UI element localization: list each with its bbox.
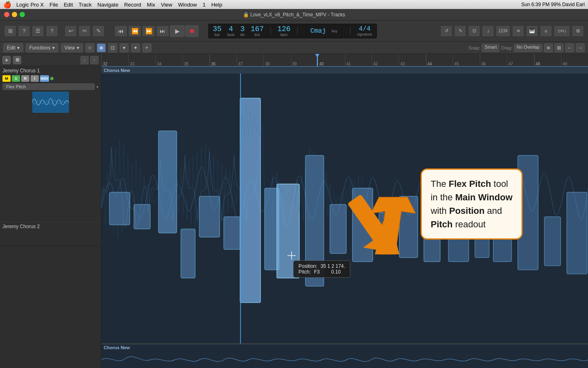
menubar-navigate[interactable]: Navigate: [98, 2, 118, 8]
menubar-record[interactable]: Record: [124, 2, 141, 8]
bpm-display: 126 bpm: [277, 25, 290, 37]
ruler-mark-39: 39: [291, 54, 318, 66]
ruler-mark-36: 36: [209, 54, 236, 66]
flex-pitch-arrow[interactable]: ▾: [96, 85, 98, 89]
mix-btn[interactable]: ≋: [512, 25, 524, 37]
record-button[interactable]: ⏺: [185, 25, 198, 37]
transport-right: ↺ ✎ ⊡ ♩ 1234 ≋ 🎹 ≡ CPU ⊞: [440, 25, 584, 37]
transport-bar: ⊞ ? ☰ ? ↩ ✂ ✎ ⏮ ⏪ ⏩ ⏭ ▶ ⏺ 35 bar 4 beat …: [0, 20, 588, 42]
arrow-left-icon[interactable]: ←: [565, 43, 574, 52]
track-name-2: Jeremy Chorus 2: [2, 224, 40, 229]
play-button[interactable]: ▶: [170, 25, 185, 37]
tool-icon-3[interactable]: ⊡: [108, 43, 117, 52]
window-title: 🔒 Love_vLX_v8_Pitch_&_Time_MPV - Tracks: [243, 12, 345, 18]
expand-btn[interactable]: ⊞: [572, 25, 584, 37]
tracks-icon[interactable]: ⊞: [4, 25, 16, 37]
region-label-2: Chorus New: [101, 344, 588, 351]
midi-button[interactable]: MIDI: [40, 75, 49, 82]
functions-chevron: ▾: [52, 45, 55, 51]
pencil-btn[interactable]: ✎: [454, 25, 466, 37]
pencil-tool[interactable]: ✎: [92, 25, 105, 37]
minimize-button[interactable]: [12, 12, 17, 17]
rewind-tool[interactable]: ↩: [65, 25, 77, 37]
tool-icon-5[interactable]: ✦: [131, 43, 140, 52]
add-track-button[interactable]: +: [2, 56, 11, 64]
active-indicator: [50, 77, 53, 80]
menubar-window[interactable]: Window: [178, 2, 197, 8]
menubar-1[interactable]: 1: [203, 2, 205, 8]
mix-icon[interactable]: ≋: [544, 43, 553, 52]
loop-button[interactable]: ↺: [440, 25, 452, 37]
ruler-content: 32 33 34 35 36 37 38 39 40 41 42 43 44 4…: [101, 54, 588, 66]
track-view-btn2[interactable]: ↑: [90, 56, 98, 64]
pos-separator2: |: [296, 26, 298, 36]
svg-rect-4: [158, 131, 177, 233]
ruler-mark-32: 32: [101, 54, 128, 66]
config-icon[interactable]: ⊞: [555, 43, 564, 52]
ruler-mark-44: 44: [426, 54, 453, 66]
cpu-meter: CPU: [554, 25, 570, 37]
tool-icon-2[interactable]: ⊕: [97, 43, 106, 52]
close-button[interactable]: [4, 12, 9, 17]
key-label: key: [332, 29, 337, 33]
help-icon[interactable]: ?: [46, 25, 58, 37]
edit-button[interactable]: Edit ▾: [3, 43, 23, 52]
snap-select[interactable]: Smart: [482, 44, 499, 52]
callout-bubble: The Flex Pitch tool in the Main Window w…: [421, 168, 523, 240]
menubar-mix[interactable]: Mix: [147, 2, 155, 8]
metronome-btn[interactable]: ♩: [482, 25, 494, 37]
menubar-file[interactable]: File: [49, 2, 58, 8]
svg-rect-21: [544, 217, 561, 266]
callout-text: The Flex Pitch tool in the Main Window w…: [431, 177, 512, 231]
ruler-mark-37: 37: [236, 54, 263, 66]
drag-select[interactable]: No Overlap: [514, 44, 542, 52]
fast-back-button[interactable]: ⏪: [128, 25, 141, 37]
skip-back-button[interactable]: ⏮: [114, 25, 127, 37]
svg-rect-11: [305, 155, 324, 286]
apple-menu[interactable]: 🍎: [3, 1, 11, 9]
piano-btn[interactable]: 🎹: [526, 25, 538, 37]
menubar-view[interactable]: View: [161, 2, 172, 8]
key-display: Cmaj key: [306, 24, 342, 38]
fast-forward-button[interactable]: ⏩: [142, 25, 155, 37]
menubar-edit[interactable]: Edit: [64, 2, 73, 8]
bars-btn[interactable]: ≡: [540, 25, 552, 37]
input-monitor-button[interactable]: I: [31, 75, 39, 82]
track-canvas: Chorus New: [101, 66, 588, 343]
tool-icon-6[interactable]: +: [143, 43, 151, 52]
tool-icon-4[interactable]: ▾: [120, 43, 129, 52]
region-label-1: Chorus New: [104, 68, 130, 73]
folder-button[interactable]: ⊞: [13, 56, 21, 64]
menubar-help[interactable]: Help: [211, 2, 222, 8]
functions-button[interactable]: Functions ▾: [26, 43, 58, 52]
skip-forward-button[interactable]: ⏭: [156, 25, 169, 37]
info-icon[interactable]: ?: [18, 25, 30, 37]
view-button[interactable]: View ▾: [61, 43, 83, 52]
mute-button[interactable]: M: [2, 75, 11, 82]
svg-rect-7: [224, 217, 240, 249]
tuner-btn[interactable]: ⊡: [468, 25, 480, 37]
div-value: 3: [240, 25, 245, 33]
svg-rect-8: [240, 98, 261, 303]
tick-display: 167 tick: [251, 25, 264, 37]
record-enable-button[interactable]: R: [21, 75, 29, 82]
track-item-2: Jeremy Chorus 2: [0, 222, 101, 246]
ruler-mark-34: 34: [155, 54, 182, 66]
bpm-label: bpm: [277, 33, 290, 37]
ruler-mark-47: 47: [507, 54, 534, 66]
tool-icon-1[interactable]: ⊹: [85, 43, 94, 52]
track-view-btn1[interactable]: ↓: [80, 56, 89, 64]
solo-button[interactable]: S: [12, 75, 20, 82]
track-name-1: Jeremy Chorus 1: [2, 68, 40, 74]
menubar-app[interactable]: Logic Pro X: [16, 2, 44, 8]
list-icon[interactable]: ☰: [32, 25, 44, 37]
menubar-track[interactable]: Track: [79, 2, 92, 8]
count-in-btn[interactable]: 1234: [496, 25, 510, 37]
scissors-tool[interactable]: ✂: [78, 25, 91, 37]
ruler-mark-46: 46: [480, 54, 507, 66]
maximize-button[interactable]: [20, 12, 25, 17]
arrow-right-icon[interactable]: →: [576, 43, 585, 52]
menubar-right: Sun 6:39 PM 99% David Earl: [521, 2, 585, 7]
beat-value: 4: [227, 25, 235, 33]
edit-chevron: ▾: [17, 45, 20, 51]
